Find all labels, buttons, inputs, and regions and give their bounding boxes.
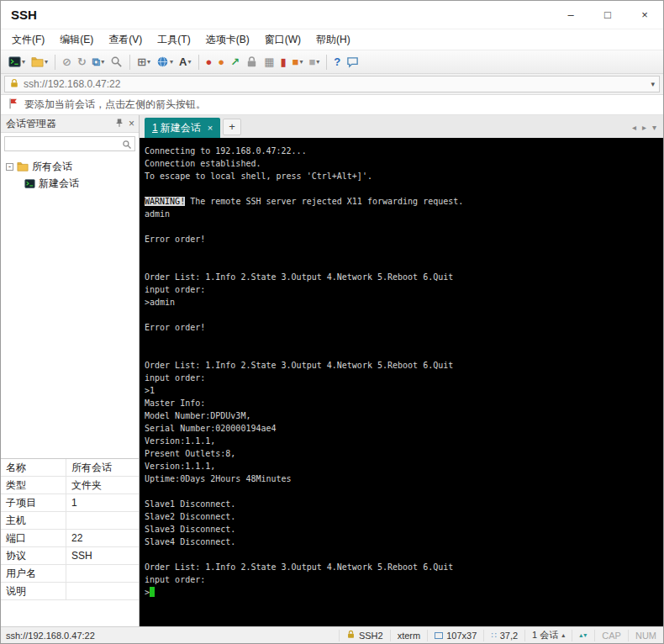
new-tab-dropdown-icon[interactable]: ▾ <box>147 58 150 66</box>
property-row: 类型文件夹 <box>1 477 139 494</box>
property-value: 22 <box>66 530 139 546</box>
close-button[interactable]: × <box>626 1 663 29</box>
keyboard-icon[interactable]: ▦ <box>261 53 277 71</box>
terminal-pane: 1 新建会话 × + ◂▸▾ Connecting to 192.168.0.4… <box>140 115 663 626</box>
reconnect-icon[interactable]: ↻ <box>75 53 89 71</box>
quick-commands-icon[interactable] <box>344 53 361 71</box>
fullscreen-icon[interactable]: ↗ <box>228 53 242 71</box>
terminal-line: >1 <box>145 384 661 397</box>
menu-item-4[interactable]: 工具(T) <box>150 30 198 50</box>
log-pause-icon[interactable]: ● <box>215 53 227 71</box>
flag-icon[interactable] <box>8 98 19 112</box>
terminal-line: Connecting to 192.168.0.47:22... <box>145 145 661 157</box>
new-tab-button[interactable]: + <box>223 119 241 135</box>
address-lock-glyph <box>9 78 19 88</box>
toolbar-separator <box>198 55 199 70</box>
new-session-icon[interactable]: ▾ <box>6 53 28 71</box>
status-url: ssh://192.168.0.47:22 <box>6 631 339 641</box>
lock-screen-icon[interactable] <box>243 53 261 71</box>
property-value: SSH <box>66 547 139 564</box>
layout-icon[interactable]: ■▾ <box>306 53 322 71</box>
minimize-button[interactable]: – <box>552 1 589 29</box>
font-icon-glyph: A <box>179 56 187 67</box>
layout-dropdown-icon[interactable]: ▾ <box>316 58 319 66</box>
log-start-icon[interactable]: ● <box>203 53 215 71</box>
duplicate-session-dropdown-icon[interactable]: ▾ <box>101 58 104 66</box>
pin-icon[interactable] <box>114 118 124 130</box>
address-combobox[interactable]: ssh://192.168.0.47:22 ▾ <box>4 76 660 92</box>
terminal-line: input order: <box>145 573 661 586</box>
reconnect-icon-glyph: ↻ <box>77 56 87 67</box>
terminal-line <box>145 258 661 271</box>
session-search-input[interactable] <box>4 136 135 151</box>
session-properties-filler <box>1 600 139 626</box>
terminal-line <box>145 309 661 321</box>
compose-icon[interactable]: ▮ <box>277 53 288 71</box>
tab-scroll-left-icon[interactable]: ◂ <box>632 123 636 132</box>
terminal-line: Model Number:DPDUv3M, <box>145 409 661 422</box>
tab-bar: 1 新建会话 × + ◂▸▾ <box>140 115 663 138</box>
search-icon[interactable] <box>122 138 132 153</box>
panel-close-icon[interactable]: × <box>129 118 134 129</box>
open-folder-icon[interactable]: ▾ <box>29 53 50 71</box>
terminal-line: input order: <box>145 372 661 384</box>
font-icon[interactable]: A▾ <box>177 53 193 71</box>
lock-screen-icon-glyph <box>245 55 258 68</box>
num-lock-indicator: NUM <box>628 630 663 641</box>
log-pause-icon-glyph: ● <box>218 56 224 67</box>
tab-menu-dropdown-icon[interactable]: ▾ <box>652 123 656 132</box>
font-dropdown-icon[interactable]: ▾ <box>187 58 191 66</box>
maximize-button[interactable]: □ <box>589 1 626 29</box>
main-area: 会话管理器 × -所有会话新建会话 名称所有会话类型文件夹子项目1主机端口22协… <box>1 115 663 626</box>
tree-expander-icon[interactable]: - <box>6 163 13 171</box>
title-bar: SSH – □ × <box>1 1 663 29</box>
property-value: 所有会话 <box>66 459 139 476</box>
session-count-button[interactable]: 1 会话 ▴ <box>524 630 572 641</box>
disconnect-icon[interactable]: ⊘ <box>60 53 74 71</box>
property-row: 主机 <box>1 512 139 530</box>
terminal-line: admin <box>145 208 661 220</box>
status-bar: ssh://192.168.0.47:22 SSH2 xterm 107x37 … <box>1 626 663 643</box>
transfer-dropdown-icon[interactable]: ▾ <box>299 58 303 66</box>
session-manager-panel: 会话管理器 × -所有会话新建会话 名称所有会话类型文件夹子项目1主机端口22协… <box>1 115 140 626</box>
menu-item-7[interactable]: 帮助(H) <box>308 30 358 50</box>
duplicate-session-icon[interactable]: ⧉▾ <box>90 53 107 71</box>
menu-item-3[interactable]: 查看(V) <box>101 30 150 50</box>
status-terminal-type: xterm <box>390 630 428 641</box>
tab-close-icon[interactable]: × <box>208 123 213 133</box>
address-lock-icon <box>9 77 19 92</box>
menu-item-5[interactable]: 选项卡(B) <box>198 30 257 50</box>
web-browser-dropdown-icon[interactable]: ▾ <box>170 58 173 66</box>
menu-item-2[interactable]: 编辑(E) <box>52 30 101 50</box>
find-icon[interactable] <box>108 53 125 71</box>
address-bar: ssh://192.168.0.47:22 ▾ <box>1 74 663 95</box>
web-browser-icon[interactable]: ▾ <box>154 53 176 71</box>
ssh-lock-glyph <box>346 630 356 639</box>
new-tab-icon[interactable]: ⊞▾ <box>134 53 153 71</box>
property-label: 子项目 <box>1 494 66 511</box>
menu-item-1[interactable]: 文件(F) <box>4 30 52 50</box>
tree-item-label: 新建会话 <box>39 177 79 191</box>
help-icon-glyph: ? <box>334 56 340 67</box>
property-row: 名称所有会话 <box>1 459 139 477</box>
terminal-line: Slave2 Disconnect. <box>145 510 661 523</box>
menu-item-6[interactable]: 窗口(W) <box>257 30 308 50</box>
session-manager-header: 会话管理器 × <box>1 115 139 133</box>
tree-item-new-session[interactable]: 新建会话 <box>1 175 139 192</box>
transfer-icon[interactable]: ■▾ <box>290 53 306 71</box>
tab-new-session[interactable]: 1 新建会话 × <box>145 118 220 138</box>
new-session-dropdown-icon[interactable]: ▾ <box>22 58 25 66</box>
help-icon[interactable]: ? <box>331 53 343 71</box>
tab-scroll-right-icon[interactable]: ▸ <box>642 123 646 132</box>
open-folder-dropdown-icon[interactable]: ▾ <box>45 58 48 66</box>
property-label: 端口 <box>1 530 66 546</box>
cursor-position-icon: ∷ <box>491 631 496 640</box>
address-dropdown-icon[interactable]: ▾ <box>651 80 655 88</box>
property-label: 协议 <box>1 547 66 564</box>
terminal-line: Slave3 Disconnect. <box>145 523 661 536</box>
scroll-arrows-icon[interactable]: ▴▾ <box>572 630 594 641</box>
terminal-line: >admin <box>145 296 661 309</box>
terminal[interactable]: Connecting to 192.168.0.47:22...Connecti… <box>140 138 663 626</box>
tree-item-all-sessions[interactable]: -所有会话 <box>1 158 139 175</box>
terminal-highlight: WARNING! <box>145 197 185 206</box>
